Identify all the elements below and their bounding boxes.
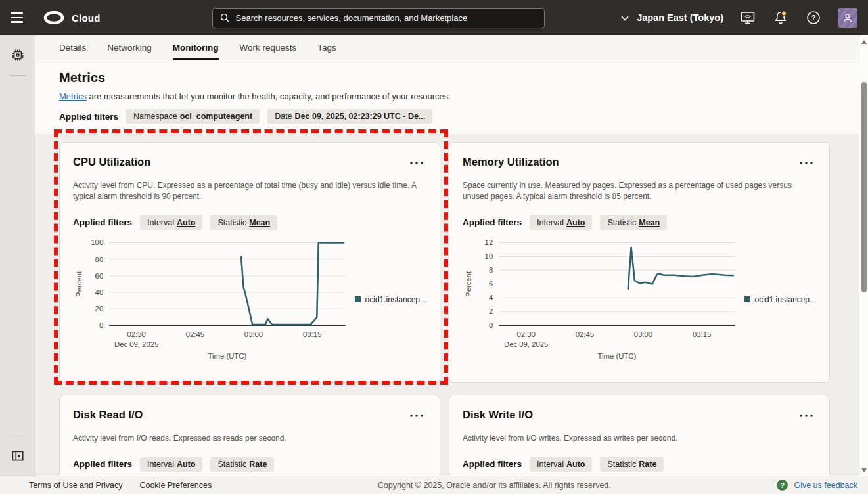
notifications-button[interactable] [772, 9, 789, 26]
applied-filters-label: Applied filters [73, 217, 132, 227]
filter-chip-value-link[interactable]: oci_computeagent [180, 112, 252, 121]
metric-cards-grid: CPU UtilizationActivity level from CPU. … [35, 134, 859, 476]
navigation-menu-button[interactable] [11, 8, 30, 28]
legend-swatch [355, 296, 361, 302]
svg-text:80: 80 [95, 255, 104, 263]
tab-tags[interactable]: Tags [317, 35, 336, 60]
svg-text:0: 0 [489, 321, 493, 329]
metrics-header-section: Metrics Metrics are measurements that le… [35, 60, 859, 134]
svg-text:02:45: 02:45 [186, 330, 204, 338]
svg-text:10: 10 [485, 252, 493, 260]
metric-card-cpu-utilization: CPU UtilizationActivity level from CPU. … [59, 142, 440, 383]
notification-badge [781, 11, 786, 16]
svg-text:100: 100 [91, 238, 103, 246]
card-actions-menu-button[interactable] [796, 153, 816, 171]
card-description: Activity level from I/O writes. Expresse… [463, 433, 816, 444]
filter-chip-value-link[interactable]: Rate [249, 460, 267, 469]
card-applied-filters: Applied filtersIntervalAutoStatisticMean [463, 215, 816, 230]
svg-text:Dec 09, 2025: Dec 09, 2025 [504, 340, 548, 348]
filter-chip-value-link[interactable]: Auto [177, 218, 195, 227]
tab-details[interactable]: Details [59, 35, 86, 60]
metrics-intro: Metrics are measurements that let you mo… [59, 91, 835, 101]
search-icon [219, 12, 230, 23]
main-content: DetailsNetworkingMonitoringWork requests… [35, 35, 859, 476]
chart-legend: ocid1.instancep... [355, 295, 426, 304]
applied-filters-label: Applied filters [59, 112, 118, 122]
filter-chip: IntervalAuto [140, 215, 202, 230]
legend-label: ocid1.instancep... [365, 295, 426, 304]
filter-chip-value-link[interactable]: Rate [639, 460, 656, 469]
filter-chip-name: Statistic [607, 218, 636, 227]
card-description: Space currently in use. Measured by page… [463, 180, 816, 202]
processor-chip-icon [10, 47, 26, 63]
oracle-logo-icon [43, 11, 64, 24]
filter-chip-value-link[interactable]: Mean [249, 218, 270, 227]
card-applied-filters: Applied filtersIntervalAutoStatisticRate [463, 457, 816, 472]
cpu-utilization-chart: 020406080100Percent02:30Dec 09, 202502:4… [73, 236, 351, 363]
filter-chip: IntervalAuto [530, 215, 592, 230]
global-search[interactable] [212, 8, 545, 28]
metric-card-memory-utilization: Memory UtilizationSpace currently in use… [449, 142, 830, 383]
filter-chip-name: Statistic [607, 460, 636, 469]
card-actions-menu-button[interactable] [407, 406, 426, 424]
filter-chip-value-link[interactable]: Auto [566, 460, 585, 469]
tab-networking[interactable]: Networking [107, 35, 152, 60]
applied-filters-label: Applied filters [73, 459, 132, 469]
filter-chip-name: Interval [537, 218, 564, 227]
legend-swatch [744, 296, 750, 302]
filter-chip: IntervalAuto [140, 457, 202, 472]
vertical-scrollbar[interactable] [859, 35, 868, 476]
filter-chip-value-link[interactable]: Dec 09, 2025, 02:23:29 UTC - De... [295, 112, 426, 121]
svg-text:03:15: 03:15 [693, 330, 711, 338]
page-title: Metrics [59, 70, 835, 85]
scrollbar-thumb[interactable] [861, 82, 867, 292]
brand-label: Cloud [72, 12, 101, 24]
metrics-link[interactable]: Metrics [59, 91, 87, 101]
svg-text:Dec 09, 2025: Dec 09, 2025 [114, 340, 158, 348]
cookie-preferences-link[interactable]: Cookie Preferences [139, 481, 212, 490]
card-actions-menu-button[interactable] [407, 153, 426, 171]
footer: Terms of Use and Privacy Cookie Preferen… [0, 476, 868, 494]
search-input[interactable] [236, 13, 537, 23]
filter-chip-value-link[interactable]: Mean [639, 218, 660, 227]
rail-divider [9, 436, 26, 436]
card-description: Activity level from I/O reads. Expressed… [73, 433, 426, 444]
filter-chip-value-link[interactable]: Auto [566, 218, 585, 227]
feedback-help-icon: ? [777, 480, 788, 491]
applied-filters-label: Applied filters [463, 217, 522, 227]
region-selector[interactable]: Japan East (Tokyo) [621, 12, 723, 23]
svg-text:03:00: 03:00 [634, 330, 652, 338]
filter-chip: DateDec 09, 2025, 02:23:29 UTC - De... [267, 109, 432, 124]
scroll-up-arrow[interactable] [861, 40, 867, 44]
terms-link[interactable]: Terms of Use and Privacy [29, 481, 122, 490]
svg-text:Time (UTC): Time (UTC) [598, 352, 637, 360]
filter-chip-value-link[interactable]: Auto [177, 460, 195, 469]
filter-chip: IntervalAuto [530, 457, 592, 472]
help-icon: ? [806, 11, 821, 25]
applied-filters-label: Applied filters [463, 459, 522, 469]
svg-text:60: 60 [95, 271, 104, 279]
brand[interactable]: Cloud [43, 11, 101, 24]
cloud-shell-button[interactable]: <> [739, 9, 756, 26]
svg-text:4: 4 [489, 294, 493, 302]
tab-monitoring[interactable]: Monitoring [173, 35, 219, 60]
svg-text:40: 40 [95, 288, 104, 296]
filter-chip-name: Date [275, 112, 292, 121]
page-filters-chips: Namespaceoci_computeagentDateDec 09, 202… [126, 109, 432, 124]
ellipsis-icon [409, 161, 424, 165]
card-actions-menu-button[interactable] [796, 406, 816, 424]
feedback-link[interactable]: Give us feedback [794, 481, 857, 490]
svg-text:0: 0 [99, 321, 103, 329]
user-menu-button[interactable] [838, 8, 857, 28]
metric-card-disk-write-io: Disk Write I/OActivity level from I/O wr… [449, 395, 830, 476]
expand-panel-button[interactable] [7, 445, 28, 466]
tab-bar: DetailsNetworkingMonitoringWork requests… [35, 35, 859, 60]
tab-work-requests[interactable]: Work requests [240, 35, 297, 60]
metric-card-disk-read-io: Disk Read I/OActivity level from I/O rea… [59, 395, 440, 476]
svg-text:02:45: 02:45 [576, 330, 594, 338]
scroll-down-arrow[interactable] [861, 468, 867, 472]
chevron-down-icon [621, 15, 629, 21]
compute-instance-rail-button[interactable] [7, 45, 28, 66]
card-applied-filters: Applied filtersIntervalAutoStatisticMean [73, 215, 426, 230]
help-button[interactable]: ? [805, 9, 822, 26]
